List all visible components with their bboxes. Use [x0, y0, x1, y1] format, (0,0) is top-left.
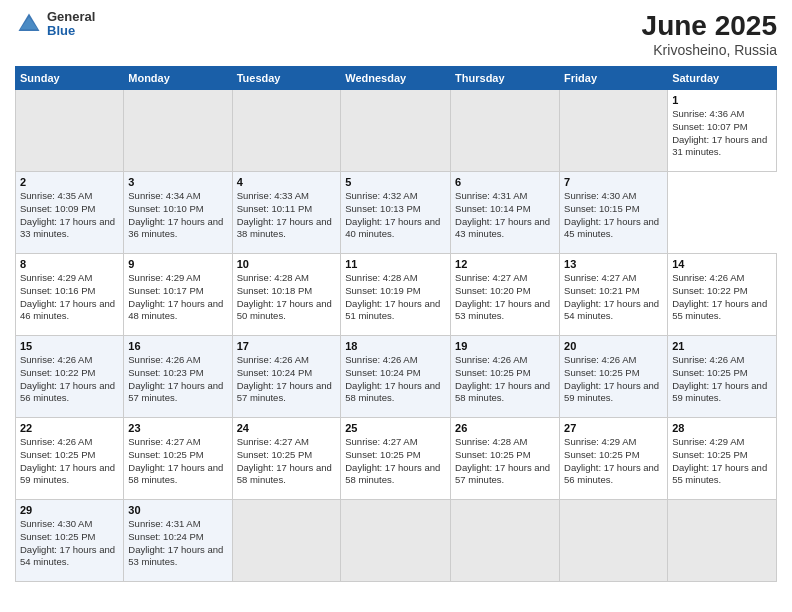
table-cell: 10 Sunrise: 4:28 AMSunset: 10:18 PMDayli…	[232, 254, 341, 336]
table-cell	[232, 500, 341, 582]
table-cell	[16, 90, 124, 172]
day-info: Sunrise: 4:27 AMSunset: 10:25 PMDaylight…	[345, 436, 440, 485]
day-number: 28	[672, 422, 772, 434]
table-cell: 15 Sunrise: 4:26 AMSunset: 10:22 PMDayli…	[16, 336, 124, 418]
table-cell: 8 Sunrise: 4:29 AMSunset: 10:16 PMDaylig…	[16, 254, 124, 336]
table-cell: 7 Sunrise: 4:30 AMSunset: 10:15 PMDaylig…	[560, 172, 668, 254]
day-info: Sunrise: 4:29 AMSunset: 10:25 PMDaylight…	[564, 436, 659, 485]
day-info: Sunrise: 4:34 AMSunset: 10:10 PMDaylight…	[128, 190, 223, 239]
day-number: 22	[20, 422, 119, 434]
day-number: 13	[564, 258, 663, 270]
table-cell: 25 Sunrise: 4:27 AMSunset: 10:25 PMDayli…	[341, 418, 451, 500]
calendar-body: 1 Sunrise: 4:36 AMSunset: 10:07 PMDaylig…	[16, 90, 777, 582]
logo-icon	[15, 10, 43, 38]
table-cell: 19 Sunrise: 4:26 AMSunset: 10:25 PMDayli…	[451, 336, 560, 418]
table-cell: 14 Sunrise: 4:26 AMSunset: 10:22 PMDayli…	[668, 254, 777, 336]
day-number: 6	[455, 176, 555, 188]
day-info: Sunrise: 4:28 AMSunset: 10:18 PMDaylight…	[237, 272, 332, 321]
col-sunday: Sunday	[16, 67, 124, 90]
logo-general: General	[47, 10, 95, 24]
day-number: 7	[564, 176, 663, 188]
calendar-row: 1 Sunrise: 4:36 AMSunset: 10:07 PMDaylig…	[16, 90, 777, 172]
table-cell: 21 Sunrise: 4:26 AMSunset: 10:25 PMDayli…	[668, 336, 777, 418]
day-number: 25	[345, 422, 446, 434]
day-info: Sunrise: 4:31 AMSunset: 10:14 PMDaylight…	[455, 190, 550, 239]
col-monday: Monday	[124, 67, 232, 90]
day-number: 16	[128, 340, 227, 352]
day-number: 19	[455, 340, 555, 352]
calendar-row: 15 Sunrise: 4:26 AMSunset: 10:22 PMDayli…	[16, 336, 777, 418]
day-number: 8	[20, 258, 119, 270]
day-number: 29	[20, 504, 119, 516]
day-info: Sunrise: 4:30 AMSunset: 10:15 PMDaylight…	[564, 190, 659, 239]
table-cell: 16 Sunrise: 4:26 AMSunset: 10:23 PMDayli…	[124, 336, 232, 418]
day-info: Sunrise: 4:27 AMSunset: 10:25 PMDaylight…	[237, 436, 332, 485]
day-info: Sunrise: 4:27 AMSunset: 10:25 PMDaylight…	[128, 436, 223, 485]
title-month: June 2025	[642, 10, 777, 42]
day-number: 5	[345, 176, 446, 188]
day-number: 10	[237, 258, 337, 270]
day-info: Sunrise: 4:26 AMSunset: 10:22 PMDaylight…	[20, 354, 115, 403]
table-cell: 3 Sunrise: 4:34 AMSunset: 10:10 PMDaylig…	[124, 172, 232, 254]
day-info: Sunrise: 4:26 AMSunset: 10:23 PMDaylight…	[128, 354, 223, 403]
table-cell: 26 Sunrise: 4:28 AMSunset: 10:25 PMDayli…	[451, 418, 560, 500]
col-saturday: Saturday	[668, 67, 777, 90]
day-info: Sunrise: 4:29 AMSunset: 10:17 PMDaylight…	[128, 272, 223, 321]
header-row: Sunday Monday Tuesday Wednesday Thursday…	[16, 67, 777, 90]
logo-blue: Blue	[47, 24, 95, 38]
day-number: 17	[237, 340, 337, 352]
day-info: Sunrise: 4:28 AMSunset: 10:25 PMDaylight…	[455, 436, 550, 485]
title-location: Krivosheino, Russia	[642, 42, 777, 58]
calendar-row: 8 Sunrise: 4:29 AMSunset: 10:16 PMDaylig…	[16, 254, 777, 336]
day-number: 1	[672, 94, 772, 106]
day-number: 15	[20, 340, 119, 352]
day-info: Sunrise: 4:36 AMSunset: 10:07 PMDaylight…	[672, 108, 767, 157]
day-info: Sunrise: 4:31 AMSunset: 10:24 PMDaylight…	[128, 518, 223, 567]
logo: General Blue	[15, 10, 95, 39]
table-cell: 30 Sunrise: 4:31 AMSunset: 10:24 PMDayli…	[124, 500, 232, 582]
table-cell: 18 Sunrise: 4:26 AMSunset: 10:24 PMDayli…	[341, 336, 451, 418]
day-info: Sunrise: 4:32 AMSunset: 10:13 PMDaylight…	[345, 190, 440, 239]
day-info: Sunrise: 4:26 AMSunset: 10:25 PMDaylight…	[672, 354, 767, 403]
table-cell: 13 Sunrise: 4:27 AMSunset: 10:21 PMDayli…	[560, 254, 668, 336]
table-cell	[451, 500, 560, 582]
calendar-page: General Blue June 2025 Krivosheino, Russ…	[0, 0, 792, 612]
table-cell: 22 Sunrise: 4:26 AMSunset: 10:25 PMDayli…	[16, 418, 124, 500]
calendar-row: 2 Sunrise: 4:35 AMSunset: 10:09 PMDaylig…	[16, 172, 777, 254]
calendar-table: Sunday Monday Tuesday Wednesday Thursday…	[15, 66, 777, 582]
table-cell: 20 Sunrise: 4:26 AMSunset: 10:25 PMDayli…	[560, 336, 668, 418]
day-info: Sunrise: 4:26 AMSunset: 10:25 PMDaylight…	[564, 354, 659, 403]
table-cell: 9 Sunrise: 4:29 AMSunset: 10:17 PMDaylig…	[124, 254, 232, 336]
page-header: General Blue June 2025 Krivosheino, Russ…	[15, 10, 777, 58]
day-info: Sunrise: 4:27 AMSunset: 10:21 PMDaylight…	[564, 272, 659, 321]
table-cell: 27 Sunrise: 4:29 AMSunset: 10:25 PMDayli…	[560, 418, 668, 500]
day-info: Sunrise: 4:28 AMSunset: 10:19 PMDaylight…	[345, 272, 440, 321]
day-info: Sunrise: 4:30 AMSunset: 10:25 PMDaylight…	[20, 518, 115, 567]
day-number: 12	[455, 258, 555, 270]
day-info: Sunrise: 4:29 AMSunset: 10:16 PMDaylight…	[20, 272, 115, 321]
table-cell	[124, 90, 232, 172]
day-info: Sunrise: 4:26 AMSunset: 10:25 PMDaylight…	[455, 354, 550, 403]
col-thursday: Thursday	[451, 67, 560, 90]
title-block: June 2025 Krivosheino, Russia	[642, 10, 777, 58]
table-cell: 5 Sunrise: 4:32 AMSunset: 10:13 PMDaylig…	[341, 172, 451, 254]
svg-marker-2	[20, 17, 38, 29]
table-cell: 24 Sunrise: 4:27 AMSunset: 10:25 PMDayli…	[232, 418, 341, 500]
calendar-row: 22 Sunrise: 4:26 AMSunset: 10:25 PMDayli…	[16, 418, 777, 500]
table-cell	[560, 90, 668, 172]
day-info: Sunrise: 4:29 AMSunset: 10:25 PMDaylight…	[672, 436, 767, 485]
table-cell	[232, 90, 341, 172]
day-number: 27	[564, 422, 663, 434]
day-number: 20	[564, 340, 663, 352]
day-number: 9	[128, 258, 227, 270]
day-number: 21	[672, 340, 772, 352]
table-cell	[451, 90, 560, 172]
table-cell: 1 Sunrise: 4:36 AMSunset: 10:07 PMDaylig…	[668, 90, 777, 172]
day-number: 23	[128, 422, 227, 434]
day-number: 18	[345, 340, 446, 352]
day-info: Sunrise: 4:35 AMSunset: 10:09 PMDaylight…	[20, 190, 115, 239]
calendar-row: 29 Sunrise: 4:30 AMSunset: 10:25 PMDayli…	[16, 500, 777, 582]
table-cell	[560, 500, 668, 582]
calendar-header: Sunday Monday Tuesday Wednesday Thursday…	[16, 67, 777, 90]
table-cell: 12 Sunrise: 4:27 AMSunset: 10:20 PMDayli…	[451, 254, 560, 336]
